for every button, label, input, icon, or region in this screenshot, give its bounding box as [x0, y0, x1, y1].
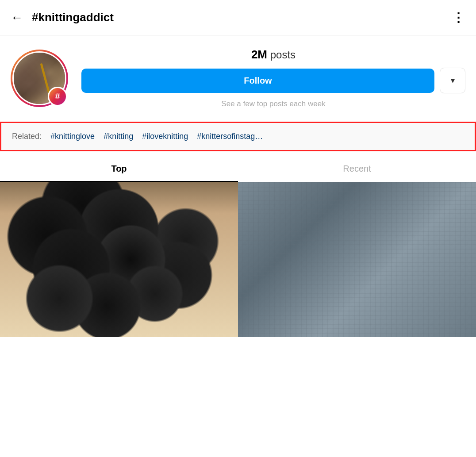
- back-button[interactable]: ←: [11, 11, 23, 25]
- header-left: ← #knittingaddict: [11, 11, 114, 25]
- hashtag-badge: #: [48, 87, 67, 106]
- header-title: #knittingaddict: [32, 11, 114, 24]
- related-hashtag-4[interactable]: #knittersofinstag…: [197, 132, 263, 141]
- posts-count-number: 2M: [251, 48, 267, 61]
- related-hashtag-2[interactable]: #knitting: [104, 132, 133, 141]
- dropdown-button[interactable]: ▾: [440, 68, 465, 93]
- header: ← #knittingaddict ⋮: [0, 0, 476, 35]
- photo-cell-2[interactable]: [238, 182, 476, 337]
- related-hashtag-1[interactable]: #knittinglove: [50, 132, 95, 141]
- tab-top[interactable]: Top: [0, 156, 238, 182]
- follow-button[interactable]: Follow: [81, 69, 434, 93]
- follow-row: Follow ▾: [81, 68, 465, 93]
- see-posts-text: See a few top posts each week: [81, 100, 465, 108]
- related-label: Related:: [12, 132, 42, 141]
- photo-grid: [0, 182, 476, 337]
- tab-recent-label: Recent: [343, 164, 371, 173]
- related-inner: Related: #knittinglove #knitting #ilovek…: [12, 132, 464, 141]
- profile-info: 2M posts Follow ▾ See a few top posts ea…: [81, 48, 465, 108]
- related-hashtag-3[interactable]: #iloveknitting: [142, 132, 188, 141]
- tabs-row: Top Recent: [0, 156, 476, 182]
- posts-label: posts: [270, 49, 296, 61]
- tab-recent[interactable]: Recent: [238, 156, 476, 182]
- photo-cell-1[interactable]: [0, 182, 238, 337]
- profile-section: # 2M posts Follow ▾ See a few top posts …: [0, 35, 476, 117]
- related-section: Related: #knittinglove #knitting #ilovek…: [0, 122, 476, 151]
- tab-top-label: Top: [111, 164, 127, 173]
- more-options-icon[interactable]: ⋮: [452, 10, 465, 25]
- posts-count: 2M posts: [81, 48, 465, 61]
- avatar-container: #: [11, 50, 68, 107]
